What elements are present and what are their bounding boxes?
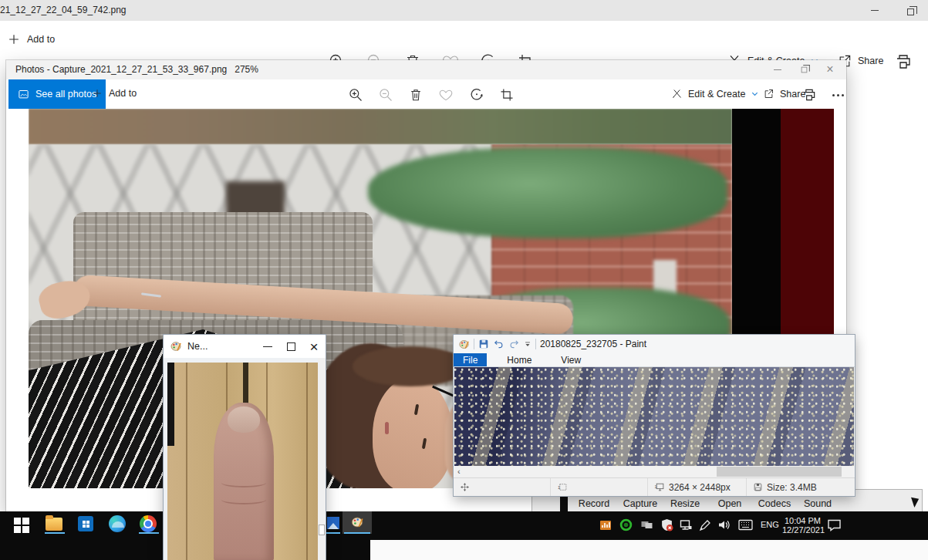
small-paint-vertical-scrollbar[interactable] xyxy=(318,358,326,560)
taskbar-paint-active[interactable] xyxy=(343,511,372,534)
paint-app-icon xyxy=(170,340,182,353)
zoom-level: 275% xyxy=(235,64,258,75)
photos-app-icon xyxy=(327,517,339,529)
taskbar-chrome[interactable] xyxy=(140,515,157,532)
open-button[interactable]: Open xyxy=(718,498,742,509)
paint-window: 20180825_232705 - Paint File Home View ‹… xyxy=(454,335,855,496)
small-window-title: Ne... xyxy=(187,341,208,352)
paint-canvas-image xyxy=(454,367,854,466)
zoom-out-icon[interactable] xyxy=(378,87,393,103)
minimize-icon xyxy=(774,69,781,70)
small-paint-titlebar: Ne... × xyxy=(164,335,326,358)
outer-photos-toolbar: Add to Edit & Create Share xyxy=(0,21,928,60)
outer-add-to-button[interactable]: Add to xyxy=(6,32,55,47)
codecs-button[interactable]: Codecs xyxy=(758,498,791,509)
resize-button[interactable]: Resize xyxy=(670,498,700,509)
taskbar-edge[interactable] xyxy=(109,515,126,532)
keyboard-icon xyxy=(738,519,753,531)
chart-tray-icon xyxy=(599,519,612,531)
taskbar-clock[interactable]: 10:04 PM 12/27/2021 xyxy=(782,516,821,535)
paint-status-bar: 1 1 3264 × 2448px Size: 3.4MB xyxy=(454,477,855,496)
crop-icon[interactable] xyxy=(499,87,515,103)
edit-create-icon xyxy=(671,88,683,100)
tray-volume[interactable] xyxy=(717,518,731,535)
cursor-position-icon xyxy=(460,482,470,492)
tray-security[interactable] xyxy=(660,518,673,535)
outer-photos-titlebar: 21_12_27_22_04_59_742.png xyxy=(0,0,928,21)
close-icon: × xyxy=(826,63,833,76)
print-icon[interactable] xyxy=(801,87,817,103)
clock-time: 10:04 PM xyxy=(782,516,821,525)
disk-size-icon xyxy=(753,482,763,492)
tray-touch-keyboard[interactable] xyxy=(738,519,753,534)
chevron-down-icon xyxy=(751,89,759,98)
clock-date: 12/27/2021 xyxy=(782,525,821,535)
tray-recorder-status[interactable] xyxy=(619,518,633,535)
inner-add-to-button[interactable]: Add to xyxy=(91,87,137,100)
restore-icon xyxy=(801,66,807,73)
taskbar-photos[interactable] xyxy=(327,517,339,529)
start-button[interactable] xyxy=(14,518,29,533)
plus-icon xyxy=(91,87,103,100)
tray-app-chart[interactable] xyxy=(599,519,612,535)
qat-dropdown-icon[interactable] xyxy=(524,340,531,348)
image-dimensions: 3264 × 2448px xyxy=(669,482,731,493)
file-size: Size: 3.4MB xyxy=(767,482,817,493)
finger-photo-fingernail xyxy=(228,407,260,433)
taskbar-store[interactable] xyxy=(78,516,93,531)
ethernet-network-icon xyxy=(680,519,693,531)
inner-edit-create-button[interactable]: Edit & Create xyxy=(671,88,759,100)
zoom-in-icon[interactable] xyxy=(348,87,363,103)
rotate-icon[interactable] xyxy=(469,87,484,103)
save-icon[interactable] xyxy=(478,339,489,349)
finger-photo-knuckle-crease xyxy=(221,495,266,504)
tray-display[interactable] xyxy=(640,519,653,535)
svg-text:1: 1 xyxy=(558,485,561,490)
green-circle-icon xyxy=(619,518,633,531)
scrollbar-thumb[interactable] xyxy=(319,525,325,535)
tray-network[interactable] xyxy=(680,519,693,535)
language-indicator[interactable]: ENG xyxy=(761,520,779,529)
outer-minimize-button[interactable] xyxy=(862,2,888,19)
finger-photo-knuckle-crease xyxy=(221,478,266,487)
selection-size-cell: 1 xyxy=(551,478,648,496)
taskbar-file-explorer[interactable] xyxy=(46,518,62,531)
favorite-heart-icon[interactable] xyxy=(438,87,454,103)
action-center-button[interactable] xyxy=(827,518,842,535)
small-close-button[interactable]: × xyxy=(302,338,326,355)
sound-button[interactable]: Sound xyxy=(804,498,832,509)
image-size-icon: 1 xyxy=(654,482,665,492)
chrome-open-underline xyxy=(139,532,159,534)
paint-horizontal-scrollbar[interactable]: ‹ xyxy=(454,466,854,477)
tray-pen[interactable] xyxy=(699,519,711,535)
action-center-icon xyxy=(827,518,842,531)
outer-restore-button[interactable] xyxy=(897,3,923,20)
inner-photos-titlebar: Photos - Capture_2021_12_27_21_53_33_967… xyxy=(6,60,846,79)
record-button[interactable]: Record xyxy=(579,498,609,509)
tab-file[interactable]: File xyxy=(454,353,487,366)
delete-icon[interactable] xyxy=(408,87,424,103)
paint-open-underline xyxy=(344,532,370,534)
inner-share-button[interactable]: Share xyxy=(763,88,805,100)
microsoft-store-icon xyxy=(78,516,93,531)
redo-icon[interactable] xyxy=(508,339,520,349)
print-icon[interactable] xyxy=(894,52,913,71)
inner-close-button[interactable]: × xyxy=(817,61,843,78)
minimize-icon xyxy=(871,10,879,11)
finger-photo-wood-background xyxy=(167,363,318,560)
inner-minimize-button[interactable] xyxy=(764,61,791,78)
small-minimize-button[interactable] xyxy=(256,338,279,355)
scrollbar-thumb[interactable] xyxy=(717,467,842,477)
separator xyxy=(474,339,474,349)
see-more-icon[interactable] xyxy=(832,94,844,96)
inner-restore-button[interactable] xyxy=(791,61,817,78)
photos-open-underline xyxy=(326,532,340,534)
small-maximize-button[interactable] xyxy=(279,338,302,355)
tab-home[interactable]: Home xyxy=(498,353,541,366)
tab-view[interactable]: View xyxy=(552,353,590,366)
undo-icon[interactable] xyxy=(493,339,504,349)
capture-button[interactable]: Capture xyxy=(623,498,657,509)
scroll-left-arrow-icon[interactable]: ‹ xyxy=(457,467,461,476)
share-icon xyxy=(763,88,774,100)
separator xyxy=(535,339,536,349)
